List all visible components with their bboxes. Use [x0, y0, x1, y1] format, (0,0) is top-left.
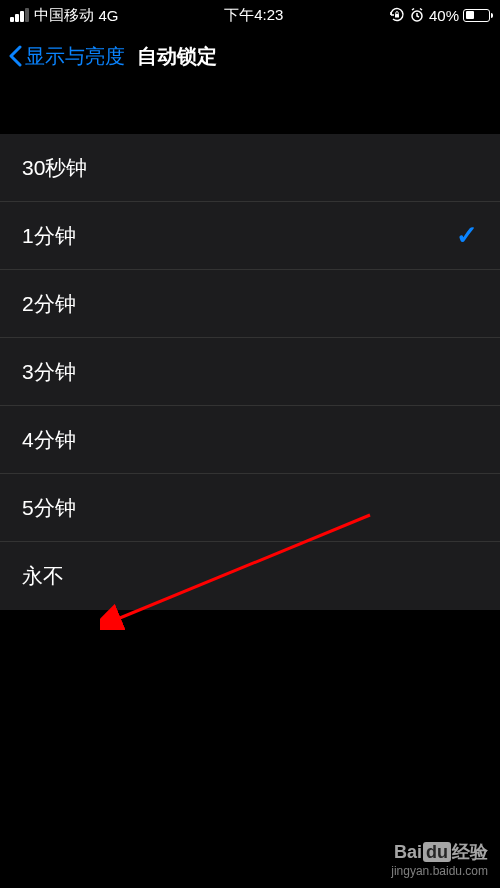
- option-label: 5分钟: [22, 494, 76, 522]
- navigation-bar: 显示与亮度 自动锁定: [0, 30, 500, 82]
- alarm-icon: [409, 7, 425, 23]
- option-2min[interactable]: 2分钟: [0, 270, 500, 338]
- page-title: 自动锁定: [137, 43, 217, 70]
- option-4min[interactable]: 4分钟: [0, 406, 500, 474]
- options-list: 30秒钟 1分钟 ✓ 2分钟 3分钟 4分钟 5分钟 永不: [0, 134, 500, 610]
- option-30s[interactable]: 30秒钟: [0, 134, 500, 202]
- time-label: 下午4:23: [224, 6, 283, 25]
- option-3min[interactable]: 3分钟: [0, 338, 500, 406]
- battery-icon: [463, 9, 490, 22]
- watermark: Baidu经验 jingyan.baidu.com: [391, 840, 488, 878]
- option-label: 2分钟: [22, 290, 76, 318]
- carrier-label: 中国移动: [34, 6, 94, 25]
- status-right: 40%: [389, 7, 490, 24]
- status-bar: 中国移动 4G 下午4:23 40%: [0, 0, 500, 30]
- status-left: 中国移动 4G: [10, 6, 119, 25]
- battery-percent: 40%: [429, 7, 459, 24]
- back-button[interactable]: 显示与亮度: [8, 43, 125, 70]
- option-label: 4分钟: [22, 426, 76, 454]
- watermark-url: jingyan.baidu.com: [391, 864, 488, 878]
- back-label: 显示与亮度: [25, 43, 125, 70]
- signal-icon: [10, 8, 29, 22]
- option-5min[interactable]: 5分钟: [0, 474, 500, 542]
- option-label: 3分钟: [22, 358, 76, 386]
- network-label: 4G: [99, 7, 119, 24]
- checkmark-icon: ✓: [456, 220, 478, 251]
- option-never[interactable]: 永不: [0, 542, 500, 610]
- orientation-lock-icon: [389, 7, 405, 23]
- option-label: 30秒钟: [22, 154, 87, 182]
- chevron-left-icon: [8, 45, 23, 67]
- option-1min[interactable]: 1分钟 ✓: [0, 202, 500, 270]
- option-label: 1分钟: [22, 222, 76, 250]
- svg-rect-0: [395, 14, 399, 18]
- option-label: 永不: [22, 562, 64, 590]
- watermark-logo: Baidu经验: [391, 840, 488, 864]
